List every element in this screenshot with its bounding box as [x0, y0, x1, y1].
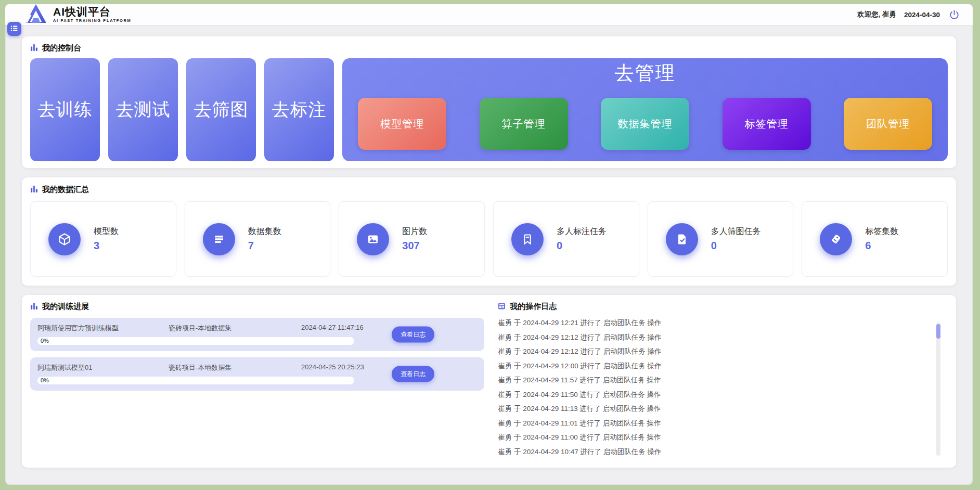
dataset-manage-button[interactable]: 数据集管理: [601, 98, 689, 150]
log-entry: 崔勇 于 2024-04-29 12:12 进行了 启动团队任务 操作: [498, 330, 948, 345]
training-start-time: 2024-04-25 20:25:23: [301, 363, 477, 372]
manage-buttons-row: 模型管理 算子管理 数据集管理 标签管理 团队管理: [358, 98, 932, 150]
view-log-button[interactable]: 查看日志: [392, 366, 434, 382]
stat-card-images: 图片数 307: [339, 201, 485, 277]
console-section-title: 我的控制台: [30, 43, 948, 53]
training-dataset: 瓷砖项目-本地数据集: [169, 363, 301, 372]
stat-label: 图片数: [402, 226, 427, 237]
tag-icon: [820, 223, 852, 255]
stat-label: 多人筛图任务: [711, 226, 761, 237]
logo-mark-icon: [24, 4, 48, 25]
log-entry: 崔勇 于 2024-04-29 11:00 进行了 启动团队任务 操作: [498, 430, 948, 445]
log-entry: 崔勇 于 2024-04-29 12:12 进行了 启动团队任务 操作: [498, 344, 948, 359]
logo-subtitle: AI FAST TRAINING PLATFORM: [53, 19, 131, 23]
log-entry: 崔勇 于 2024-04-29 11:01 进行了 启动团队任务 操作: [498, 416, 948, 431]
model-manage-button[interactable]: 模型管理: [358, 98, 446, 150]
console-section: 我的控制台 去训练 去测试 去筛图 去标注 去管理 模型管理 算子管理 数据集管…: [22, 36, 956, 168]
logs-section-title: 我的操作日志: [498, 302, 948, 312]
bar-chart-icon: [30, 302, 38, 312]
summary-title-text: 我的数据汇总: [42, 185, 89, 195]
header-right: 欢迎您, 崔勇 2024-04-30: [857, 8, 960, 21]
training-section-title: 我的训练进展: [30, 302, 484, 312]
stat-value: 307: [402, 240, 427, 252]
logs-scrollbar-thumb[interactable]: [936, 324, 940, 339]
go-train-button[interactable]: 去训练: [30, 58, 100, 161]
training-dataset: 瓷砖项目-本地数据集: [169, 324, 301, 333]
console-actions-row: 去训练 去测试 去筛图 去标注 去管理 模型管理 算子管理 数据集管理 标签管理…: [30, 58, 948, 161]
stat-card-filter-tasks: 多人筛图任务 0: [648, 201, 794, 277]
log-entry: 崔勇 于 2024-04-29 11:57 进行了 启动团队任务 操作: [498, 373, 948, 388]
log-entry: 崔勇 于 2024-04-29 10:47 进行了 启动团队任务 操作: [498, 445, 948, 459]
training-progress-bar: 0%: [37, 337, 354, 345]
main-content: 我的控制台 去训练 去测试 去筛图 去标注 去管理 模型管理 算子管理 数据集管…: [5, 36, 973, 468]
training-row: 阿瑞斯使用官方预训练模型 瓷砖项目-本地数据集 2024-04-27 11:47…: [30, 318, 484, 351]
logs-scrollbar-track[interactable]: [936, 323, 940, 456]
stat-value: 6: [865, 240, 898, 252]
cube-icon: [48, 223, 81, 255]
stat-card-label-sets: 标签集数 6: [802, 201, 948, 277]
stat-label: 模型数: [94, 226, 119, 237]
training-model-name: 阿瑞斯使用官方预训练模型: [37, 324, 169, 333]
stat-label: 标签集数: [865, 226, 898, 237]
stat-value: 0: [711, 240, 761, 252]
console-title-text: 我的控制台: [42, 43, 81, 53]
doc-check-icon: [666, 223, 698, 255]
manage-panel: 去管理 模型管理 算子管理 数据集管理 标签管理 团队管理: [342, 58, 948, 161]
top-header: AI快训平台 AI FAST TRAINING PLATFORM 欢迎您, 崔勇…: [5, 4, 973, 25]
welcome-text: 欢迎您, 崔勇: [857, 10, 896, 19]
training-progress-panel: 我的训练进展 阿瑞斯使用官方预训练模型 瓷砖项目-本地数据集 2024-04-2…: [30, 302, 484, 461]
stat-card-annotation-tasks: 多人标注任务 0: [493, 201, 639, 277]
stat-card-datasets: 数据集数 7: [185, 201, 331, 277]
view-log-button[interactable]: 查看日志: [392, 327, 434, 343]
training-row: 阿瑞斯测试模型01 瓷砖项目-本地数据集 2024-04-25 20:25:23…: [30, 357, 484, 391]
current-date: 2024-04-30: [904, 11, 940, 19]
log-entry: 崔勇 于 2024-04-29 11:50 进行了 启动团队任务 操作: [498, 388, 948, 402]
log-entry: 崔勇 于 2024-04-29 12:00 进行了 启动团队任务 操作: [498, 359, 948, 373]
summary-section-title: 我的数据汇总: [30, 185, 948, 195]
bar-chart-icon: [30, 185, 38, 195]
image-icon: [357, 223, 389, 255]
stat-value: 7: [248, 240, 281, 252]
app-logo: AI快训平台 AI FAST TRAINING PLATFORM: [24, 4, 131, 25]
go-filter-images-button[interactable]: 去筛图: [186, 58, 256, 161]
sidebar-menu-button[interactable]: [7, 22, 21, 36]
bottom-section: 我的训练进展 阿瑞斯使用官方预训练模型 瓷砖项目-本地数据集 2024-04-2…: [22, 295, 956, 468]
manage-panel-title: 去管理: [615, 60, 676, 86]
training-title-text: 我的训练进展: [42, 302, 89, 312]
go-test-button[interactable]: 去测试: [108, 58, 178, 161]
operator-manage-button[interactable]: 算子管理: [480, 98, 568, 150]
data-summary-section: 我的数据汇总 模型数 3: [22, 177, 956, 286]
logs-title-text: 我的操作日志: [510, 302, 557, 312]
stat-label: 数据集数: [248, 226, 281, 237]
go-annotate-button[interactable]: 去标注: [264, 58, 334, 161]
training-progress-bar: 0%: [37, 377, 354, 384]
stats-row: 模型数 3 数据集数: [30, 201, 948, 277]
page-background: AI快训平台 AI FAST TRAINING PLATFORM 欢迎您, 崔勇…: [5, 4, 973, 485]
operation-logs-panel: 我的操作日志 崔勇 于 2024-04-29 12:21 进行了 启动团队任务 …: [484, 302, 948, 461]
dataset-icon: [203, 223, 235, 255]
logout-power-icon[interactable]: [948, 8, 960, 21]
stat-value: 0: [557, 240, 607, 252]
stat-card-models: 模型数 3: [30, 201, 176, 277]
menu-icon: [10, 24, 18, 34]
logo-text: AI快训平台 AI FAST TRAINING PLATFORM: [53, 6, 131, 23]
training-model-name: 阿瑞斯测试模型01: [37, 363, 169, 372]
stat-value: 3: [94, 240, 119, 252]
log-list: 崔勇 于 2024-04-29 12:21 进行了 启动团队任务 操作 崔勇 于…: [498, 316, 948, 459]
log-entry: 崔勇 于 2024-04-29 12:21 进行了 启动团队任务 操作: [498, 316, 948, 330]
training-start-time: 2024-04-27 11:47:16: [301, 324, 477, 333]
label-manage-button[interactable]: 标签管理: [723, 98, 811, 150]
bookmark-icon: [511, 223, 544, 255]
window-frame: AI快训平台 AI FAST TRAINING PLATFORM 欢迎您, 崔勇…: [0, 0, 980, 490]
log-document-icon: [498, 302, 506, 312]
logo-title: AI快训平台: [53, 6, 131, 17]
bar-chart-icon: [30, 44, 38, 53]
team-manage-button[interactable]: 团队管理: [844, 98, 932, 150]
log-entry: 崔勇 于 2024-04-29 11:13 进行了 启动团队任务 操作: [498, 402, 948, 416]
stat-label: 多人标注任务: [557, 226, 607, 237]
